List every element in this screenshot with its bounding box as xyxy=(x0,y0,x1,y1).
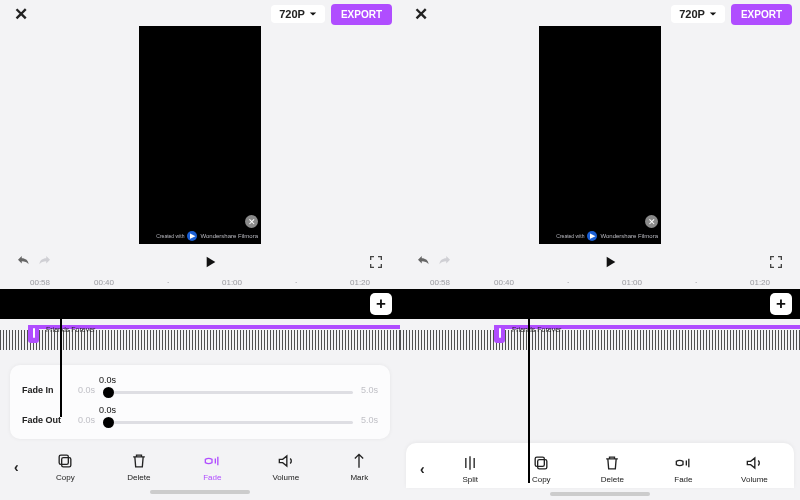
playhead[interactable] xyxy=(528,313,530,483)
copy-button[interactable]: Copy xyxy=(508,453,575,484)
close-icon[interactable]: ✕ xyxy=(408,2,434,27)
play-button[interactable] xyxy=(454,254,766,270)
export-button[interactable]: EXPORT xyxy=(731,4,792,25)
copy-button[interactable]: Copy xyxy=(31,451,100,482)
export-button[interactable]: EXPORT xyxy=(331,4,392,25)
back-icon[interactable]: ‹ xyxy=(412,461,433,477)
right-screenshot: ✕ 720P EXPORT ✕ Created with▶Wondershare… xyxy=(400,0,800,500)
delete-button[interactable]: Delete xyxy=(579,453,646,484)
audio-clip-title: Friends Forever xyxy=(510,325,563,334)
delete-button[interactable]: Delete xyxy=(104,451,173,482)
watermark: Created with▶Wondershare Filmora xyxy=(156,231,258,241)
bottom-toolbar: ‹ Copy Delete Fade Volume Mark xyxy=(0,445,400,486)
fade-button[interactable]: Fade xyxy=(178,451,247,482)
home-indicator xyxy=(550,492,650,496)
svg-rect-3 xyxy=(535,457,544,466)
fade-in-label: Fade In xyxy=(22,385,70,397)
play-button[interactable] xyxy=(54,254,366,270)
transport-bar xyxy=(0,244,400,274)
timeline[interactable]: + Friends Forever xyxy=(400,289,800,351)
split-button[interactable]: Split xyxy=(437,453,504,484)
fade-out-label: Fade Out xyxy=(22,415,70,427)
svg-rect-1 xyxy=(60,455,69,464)
audio-clip-title: Friends Forever xyxy=(44,325,97,334)
fade-max: 5.0s xyxy=(361,415,378,427)
clip-start-handle[interactable] xyxy=(494,325,505,343)
undo-icon[interactable] xyxy=(414,253,434,271)
fade-min: 0.0s xyxy=(78,385,95,397)
fade-in-value: 0.0s xyxy=(99,375,116,385)
fade-panel: Fade In 0.0s 0.0s 5.0s Fade Out 0.0s 0.0… xyxy=(10,365,390,439)
resolution-label: 720P xyxy=(279,8,305,20)
back-icon[interactable]: ‹ xyxy=(6,459,27,475)
volume-button[interactable]: Volume xyxy=(721,453,788,484)
bottom-toolbar: ‹ Split Copy Delete Fade Volume xyxy=(406,443,794,488)
playhead[interactable] xyxy=(60,313,62,417)
add-clip-button[interactable]: + xyxy=(770,293,792,315)
chevron-down-icon xyxy=(309,10,317,18)
resolution-label: 720P xyxy=(679,8,705,20)
header: ✕ 720P EXPORT xyxy=(0,0,400,28)
fade-min: 0.0s xyxy=(78,415,95,427)
chevron-down-icon xyxy=(709,10,717,18)
watermark: Created with▶Wondershare Filmora xyxy=(556,231,658,241)
fullscreen-icon[interactable] xyxy=(366,254,386,270)
undo-icon[interactable] xyxy=(14,253,34,271)
left-screenshot: ✕ 720P EXPORT ✕ Created with▶Wondershare… xyxy=(0,0,400,500)
fade-in-slider[interactable] xyxy=(103,387,353,397)
video-preview[interactable]: ✕ Created with▶Wondershare Filmora xyxy=(539,26,661,244)
svg-rect-0 xyxy=(62,458,71,467)
redo-icon[interactable] xyxy=(434,253,454,271)
fade-out-slider[interactable] xyxy=(103,417,353,427)
fullscreen-icon[interactable] xyxy=(766,254,786,270)
clip-start-handle[interactable] xyxy=(28,325,39,343)
mark-button[interactable]: Mark xyxy=(325,451,394,482)
audio-track[interactable]: Friends Forever xyxy=(400,325,800,351)
add-clip-button[interactable]: + xyxy=(370,293,392,315)
timeline-ruler: 00:5800:40·01:00·01:20 xyxy=(0,274,400,289)
svg-rect-2 xyxy=(538,460,547,469)
video-preview[interactable]: ✕ Created with▶Wondershare Filmora xyxy=(139,26,261,244)
close-icon[interactable]: ✕ xyxy=(8,2,34,27)
volume-button[interactable]: Volume xyxy=(251,451,320,482)
transport-bar xyxy=(400,244,800,274)
header: ✕ 720P EXPORT xyxy=(400,0,800,28)
fade-button[interactable]: Fade xyxy=(650,453,717,484)
timeline[interactable]: + Friends Forever xyxy=(0,289,400,351)
watermark-close-icon[interactable]: ✕ xyxy=(245,215,258,228)
redo-icon[interactable] xyxy=(34,253,54,271)
video-track[interactable]: + xyxy=(400,289,800,319)
audio-waveform xyxy=(400,330,800,350)
watermark-close-icon[interactable]: ✕ xyxy=(645,215,658,228)
fade-max: 5.0s xyxy=(361,385,378,397)
home-indicator xyxy=(150,490,250,494)
resolution-dropdown[interactable]: 720P xyxy=(671,5,725,23)
resolution-dropdown[interactable]: 720P xyxy=(271,5,325,23)
timeline-ruler: 00:5800:40·01:00·01:20 xyxy=(400,274,800,289)
fade-out-value: 0.0s xyxy=(99,405,116,415)
